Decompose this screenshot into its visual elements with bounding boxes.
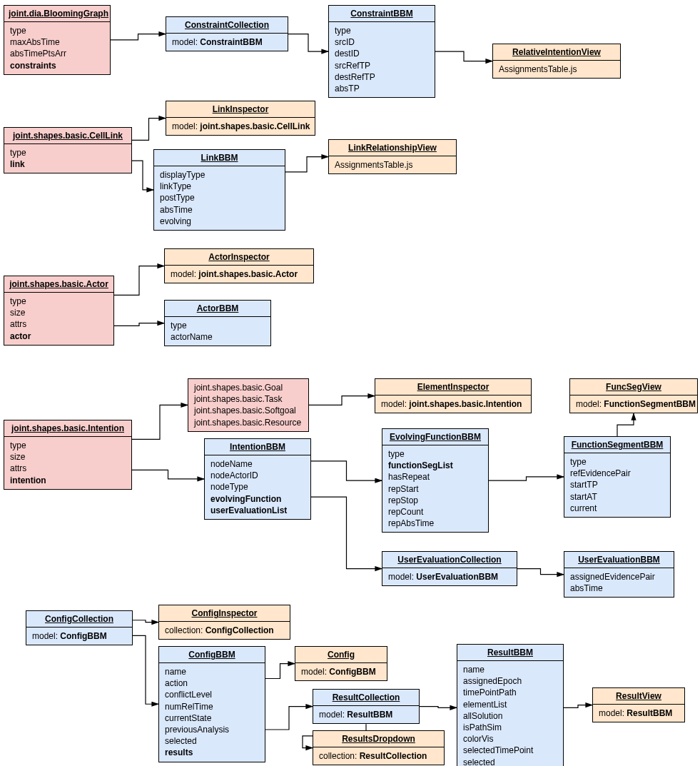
funcSegView-line-0: model: FunctionSegmentBBM [576, 398, 691, 410]
shapesList-line-0: joint.shapes.basic.Goal [194, 382, 303, 393]
constraintBBM: ConstraintBBMtypesrcIDdestIDsrcRefTPdest… [328, 5, 435, 98]
resultCollection-body: model: ResultBBM [313, 706, 419, 723]
configInspector-line-0: collection: ConfigCollection [165, 625, 284, 636]
resultsDropdown-body: collection: ResultCollection [313, 747, 444, 765]
linkRelationshipView-body: AssignmentsTable.js [329, 156, 456, 173]
linkInspector-line-0: model: joint.shapes.basic.CellLink [172, 121, 309, 132]
cellLink-line-1: link [10, 158, 126, 170]
linkBBM-line-3: absTime [160, 204, 279, 216]
configCollection-title: ConfigCollection [26, 611, 132, 628]
bloomingGraph-line-1: maxAbsTime [10, 36, 104, 48]
edge-evolvingFunctionBBM-functionSegmentBBM [489, 477, 564, 480]
evolvingFunctionBBM-title: EvolvingFunctionBBM [382, 429, 488, 445]
configInspector-body: collection: ConfigCollection [159, 622, 290, 639]
linkBBM-body: displayTypelinkTypepostTypeabsTimeevolvi… [154, 166, 285, 230]
resultCollection-line-0: model: ResultBBM [319, 709, 413, 720]
evolvingFunctionBBM-line-4: repStop [388, 495, 482, 506]
userEvaluationBBM-line-1: absTime [570, 583, 668, 594]
constraintBBM-line-5: absTP [335, 83, 429, 94]
resultsDropdown: ResultsDropdowncollection: ResultCollect… [313, 730, 445, 765]
evolvingFunctionBBM-line-6: repAbsTime [388, 518, 482, 529]
resultView-body: model: ResultBBM [593, 705, 684, 722]
actor-title: joint.shapes.basic.Actor [4, 276, 113, 293]
configBBM-body: nameactionconflictLevelnumRelTimecurrent… [159, 663, 265, 762]
functionSegmentBBM-title: FunctionSegmentBBM [564, 437, 670, 453]
resultBBM-line-6: colorVis [463, 733, 557, 745]
intentionBBM-line-3: evolvingFunction [210, 493, 305, 505]
constraintBBM-line-1: srcID [335, 36, 429, 48]
userEvaluationCollection-body: model: UserEvaluationBBM [382, 568, 517, 585]
configBBM-line-2: conflictLevel [165, 689, 259, 700]
relativeIntentionView: RelativeIntentionViewAssignmentsTable.js [492, 44, 621, 79]
resultView: ResultViewmodel: ResultBBM [592, 687, 685, 722]
functionSegmentBBM: FunctionSegmentBBMtyperefEvidencePairsta… [564, 436, 671, 518]
edge-bloomingGraph-constraintCollection [111, 34, 166, 40]
config-title: Config [295, 647, 387, 663]
edge-shapesList-elementInspector [309, 396, 375, 405]
resultView-title: ResultView [593, 688, 684, 705]
bloomingGraph-body: typemaxAbsTimeabsTimePtsArrconstraints [4, 22, 110, 74]
configCollection-body: model: ConfigBBM [26, 628, 132, 645]
bloomingGraph-line-3: constraints [10, 60, 104, 71]
evolvingFunctionBBM-line-3: repStart [388, 483, 482, 495]
resultBBM-line-8: selected [463, 757, 557, 767]
linkBBM-line-2: postType [160, 192, 279, 203]
edge-constraintCollection-constraintBBM [288, 34, 328, 51]
configBBM-line-1: action [165, 677, 259, 689]
userEvaluationBBM: UserEvaluationBBMassignedEvidencePairabs… [564, 551, 674, 598]
intention: joint.shapes.basic.Intentiontypesizeattr… [4, 420, 132, 490]
funcSegView-body: model: FunctionSegmentBBM [570, 395, 697, 413]
edge-functionSegmentBBM-funcSegView [617, 413, 634, 436]
constraintBBM-line-3: srcRefTP [335, 60, 429, 71]
functionSegmentBBM-line-2: startTP [570, 479, 664, 490]
edge-constraintBBM-relativeIntentionView [435, 51, 492, 61]
intentionBBM-line-2: nodeType [210, 481, 305, 493]
linkInspector-title: LinkInspector [166, 101, 315, 118]
bloomingGraph: joint.dia.BloomingGraphtypemaxAbsTimeabs… [4, 5, 111, 75]
configBBM-line-7: results [165, 747, 259, 758]
intentionBBM-line-1: nodeActorID [210, 470, 305, 481]
intention-line-2: attrs [10, 463, 126, 474]
intention-line-1: size [10, 451, 126, 463]
edge-intention-intentionBBM [132, 470, 204, 479]
edge-intention-shapesList [132, 405, 188, 439]
linkBBM-line-0: displayType [160, 169, 279, 181]
resultBBM-line-0: name [463, 664, 557, 675]
config-body: model: ConfigBBM [295, 663, 387, 680]
relativeIntentionView-title: RelativeIntentionView [493, 44, 620, 61]
edge-actor-actorInspector [114, 266, 164, 296]
resultBBM-title: ResultBBM [457, 645, 563, 661]
actor-line-3: actor [10, 331, 108, 342]
actor-line-0: type [10, 296, 108, 307]
actor-line-1: size [10, 307, 108, 318]
actorInspector-line-0: model: joint.shapes.basic.Actor [171, 268, 308, 280]
elementInspector-body: model: joint.shapes.basic.Intention [375, 395, 531, 413]
constraintBBM-line-2: destID [335, 48, 429, 59]
userEvaluationBBM-line-0: assignedEvidencePair [570, 571, 668, 583]
shapesList-line-3: joint.shapes.basic.Resource [194, 417, 303, 428]
actorBBM-line-1: actorName [171, 331, 265, 343]
linkRelationshipView: LinkRelationshipViewAssignmentsTable.js [328, 139, 457, 174]
constraintCollection-body: model: ConstraintBBM [166, 34, 288, 51]
resultBBM-line-2: timePointPath [463, 687, 557, 698]
edge-actor-actorBBM [114, 323, 164, 326]
configBBM-line-0: name [165, 666, 259, 677]
resultBBM-line-4: allSolution [463, 710, 557, 722]
constraintBBM-line-4: destRefTP [335, 71, 429, 83]
edge-intentionBBM-userEvaluationCollection [311, 497, 382, 569]
edge-intentionBBM-evolvingFunctionBBM [311, 461, 382, 480]
shapesList: joint.shapes.basic.Goaljoint.shapes.basi… [188, 378, 309, 432]
funcSegView: FuncSegViewmodel: FunctionSegmentBBM [569, 378, 698, 413]
intention-line-3: intention [10, 475, 126, 486]
intentionBBM-body: nodeNamenodeActorIDnodeTypeevolvingFunct… [205, 455, 310, 519]
actorInspector: ActorInspectormodel: joint.shapes.basic.… [164, 248, 314, 283]
relativeIntentionView-line-0: AssignmentsTable.js [499, 64, 614, 75]
elementInspector-line-0: model: joint.shapes.basic.Intention [381, 398, 525, 410]
shapesList-line-2: joint.shapes.basic.Softgoal [194, 405, 303, 416]
functionSegmentBBM-line-4: current [570, 503, 664, 514]
config: Configmodel: ConfigBBM [295, 646, 387, 681]
resultBBM-line-1: assignedEpoch [463, 675, 557, 687]
cellLink-line-0: type [10, 147, 126, 158]
actor-body: typesizeattrsactor [4, 293, 113, 345]
relativeIntentionView-body: AssignmentsTable.js [493, 61, 620, 78]
